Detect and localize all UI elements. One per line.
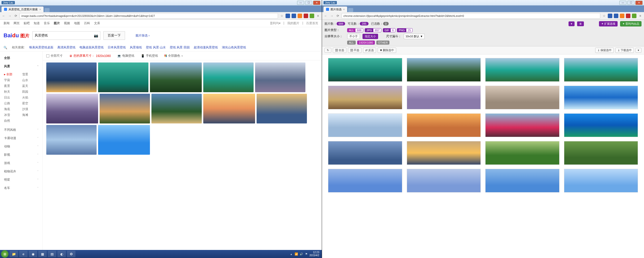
result-image[interactable] (203, 94, 255, 123)
win-min-left[interactable]: — (297, 1, 304, 5)
win-close-left[interactable]: ✕ (313, 1, 320, 5)
tray-up-icon[interactable]: ▴ (289, 252, 293, 256)
type-pill-ALL[interactable]: ALL688 (347, 28, 363, 32)
ext-image-thumb[interactable] (485, 113, 559, 137)
toolbar-btn[interactable]: ▦ 全选 (333, 48, 346, 53)
related-link[interactable]: 超清动漫风景壁纸 (194, 46, 218, 49)
topnav-地图[interactable]: 地图 (74, 21, 80, 25)
result-image[interactable] (98, 62, 148, 92)
sidebar-sub-全部[interactable]: 全部 (4, 72, 15, 77)
tab-close-icon[interactable]: × (343, 8, 345, 11)
taskbar-app4[interactable]: ❂ (67, 251, 75, 257)
sidebar-sub-雪景[interactable]: 雪景 (22, 72, 33, 77)
filter-screensize[interactable]: 🖥您的屏幕尺寸：1920x1080 (69, 54, 111, 58)
ext-icon-5[interactable] (632, 14, 636, 18)
toolbar-btn[interactable]: ▦ 不选 (348, 48, 361, 53)
related-link[interactable]: 壁纸 风景 田园 (170, 46, 190, 49)
search-button[interactable]: 百度一下 (103, 31, 125, 40)
taskbar-ie[interactable]: e (19, 251, 28, 257)
result-image[interactable] (46, 62, 97, 92)
win-close-right[interactable]: ✕ (635, 1, 642, 5)
tray-flag-icon[interactable]: ⚑ (304, 252, 308, 256)
related-link[interactable]: 壁纸 风景 山水 (146, 46, 166, 49)
tab-close-icon[interactable]: × (39, 8, 41, 11)
new-tab-button[interactable] (45, 8, 50, 12)
type-pill-JPG[interactable]: JPG657 (365, 28, 381, 32)
result-image[interactable] (203, 62, 254, 92)
ext-icon-abp[interactable] (626, 14, 630, 18)
sidebar-item-游戏[interactable]: 游戏˅ (0, 159, 43, 167)
sidebar-sub-公路[interactable]: 公路 (4, 101, 15, 106)
funnel-button[interactable]: ▾ (569, 21, 575, 26)
sidebar-sub-星空[interactable]: 星空 (22, 101, 33, 106)
ext-image-thumb[interactable] (328, 113, 402, 137)
topnav-right-item[interactable]: 普利均▾ (270, 21, 280, 25)
ext-image-thumb[interactable] (328, 86, 402, 109)
ext-image-thumb[interactable] (328, 141, 402, 165)
toolbar-btn[interactable]: ⇄ 反选 (363, 48, 376, 53)
type-pill-GIF[interactable]: GIF6 (383, 28, 395, 32)
topnav-图片[interactable]: 图片 (54, 21, 60, 25)
tray-net-icon[interactable]: 📶 (294, 252, 298, 256)
sidebar-item-名车[interactable]: 名车˅ (0, 184, 43, 192)
filter-mobile-wallpaper[interactable]: 📱手机壁纸 (141, 54, 158, 58)
ext-image-thumb[interactable] (328, 169, 402, 192)
sidebar-item-植物花卉[interactable]: 植物花卉˅ (0, 167, 43, 176)
taskbar-app1[interactable]: ▦ (38, 251, 47, 257)
ext-image-thumb[interactable] (485, 169, 559, 192)
ext-image-thumb[interactable] (407, 113, 481, 137)
ext-image-thumb[interactable] (407, 169, 481, 192)
sidebar-sub-沙漠[interactable]: 沙漠 (22, 107, 33, 111)
nav-fwd-icon[interactable]: → (330, 14, 334, 18)
ext-icon-3[interactable] (298, 14, 302, 18)
sidebar-sub-日出[interactable]: 日出 (4, 95, 15, 100)
ext-image-thumb[interactable] (328, 58, 402, 82)
topnav-贴吧[interactable]: 贴吧 (24, 21, 30, 25)
new-tab-button[interactable] (348, 8, 353, 12)
ext-options-button[interactable]: ✦ 扩展选项 (599, 21, 618, 26)
sidebar-item-动物[interactable]: 动物˅ (0, 142, 43, 151)
list-button[interactable]: ≣ (577, 21, 584, 26)
sidebar-item-不同风格[interactable]: 不同风格˅ (0, 126, 43, 134)
browser-tab-left[interactable]: 风景壁纸_百度图片搜索 × (2, 7, 44, 12)
win-max-left[interactable]: ☐ (305, 1, 312, 5)
ext-image-thumb[interactable] (485, 86, 559, 109)
ext-icon-2[interactable] (292, 14, 296, 18)
sidebar-all[interactable]: 全部 (0, 54, 43, 62)
toolbar-btn[interactable]: ↻ (325, 48, 331, 53)
ext-image-thumb[interactable] (407, 58, 481, 82)
ext-image-thumb[interactable] (564, 169, 638, 192)
tray-vol-icon[interactable]: 🔊 (299, 252, 303, 256)
taskbar-chrome[interactable]: ◉ (29, 251, 37, 257)
filter-allcolor[interactable]: 全部颜色 ▾ (165, 54, 183, 58)
sidebar-sub-海底[interactable]: 海底 (4, 107, 15, 111)
res-pill-ALL[interactable]: ALL (347, 41, 356, 45)
ext-image-thumb[interactable] (407, 86, 481, 109)
sidebar-sub-海滩[interactable]: 海滩 (22, 113, 33, 117)
filter-pc-wallpaper[interactable]: 💻电脑壁纸 (117, 54, 134, 58)
nav-fwd-icon[interactable]: → (8, 14, 12, 18)
res-pill-1920X1080[interactable]: 1920X1080 (357, 41, 375, 45)
nav-back-icon[interactable]: ← (324, 14, 328, 18)
topnav-百科[interactable]: 百科 (84, 21, 90, 25)
taskbar-app3[interactable]: ◐ (57, 251, 66, 257)
ext-icon-3[interactable] (620, 14, 624, 18)
result-image[interactable] (150, 62, 202, 92)
toolbar-btn[interactable]: ⤓ 保留选中 (595, 48, 614, 53)
start-button[interactable]: ⊞ (1, 250, 9, 258)
camera-icon[interactable]: 📷 (94, 34, 98, 38)
browser-tab-right[interactable]: 图片筛选 × (324, 7, 347, 12)
sidebar-item-卡通动漫[interactable]: 卡通动漫˅ (0, 134, 43, 142)
ext-icon-abp[interactable] (304, 14, 308, 18)
toolbar-btn[interactable]: ▾ (635, 48, 641, 53)
sidebar-sub-夜景[interactable]: 夜景 (4, 84, 15, 88)
ext-image-thumb[interactable] (485, 58, 559, 82)
ext-image-thumb[interactable] (564, 86, 638, 109)
bookmark-icon[interactable]: ☆ (279, 14, 284, 18)
related-link[interactable]: 唯美风景壁纸桌面 (29, 46, 53, 49)
ext-icon-1[interactable] (608, 14, 612, 18)
topnav-网页[interactable]: 网页 (14, 21, 20, 25)
topnav-新闻[interactable]: 新闻 (4, 21, 10, 25)
topnav-知道[interactable]: 知道 (34, 21, 40, 25)
topnav-视频[interactable]: 视频 (64, 21, 70, 25)
